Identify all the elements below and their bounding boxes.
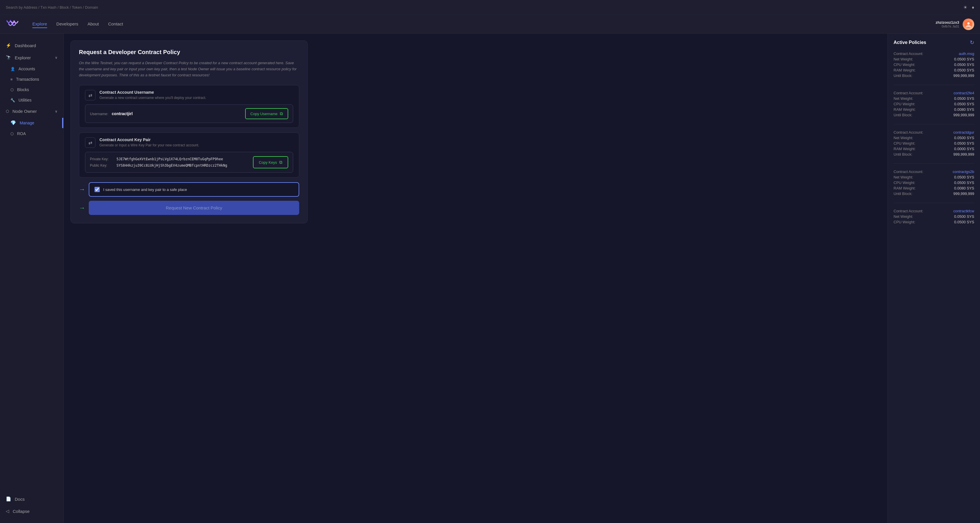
sidebar-label-blocks: Blocks (17, 88, 29, 92)
private-key-value: 5JE7WtfghGeXVtEwnb1jPsLVg1X74LQrbznCEM8T… (116, 157, 223, 161)
sidebar-item-blocks[interactable]: ⬡ Blocks (5, 85, 63, 95)
active-indicator (62, 118, 63, 128)
nav-link-developers[interactable]: Developers (56, 20, 78, 28)
logo[interactable] (6, 19, 21, 30)
checkbox-row[interactable]: I saved this username and key pair to a … (89, 182, 299, 197)
saved-checkbox[interactable] (94, 187, 100, 192)
nav-link-explore[interactable]: Explore (32, 20, 47, 28)
public-key-label: Public Key: (90, 163, 113, 167)
policy-2-account-label: Contract Account: (894, 91, 923, 95)
policy-1-cpu-row: CPU Weight: 0.0500 SYS (894, 62, 974, 67)
refresh-button[interactable]: ↻ (970, 39, 974, 46)
transactions-icon: ≡ (10, 77, 13, 81)
public-key-value: SYS844kzju39Cc8iUkjHjSh3bgEV4zumeQMBfcpn… (116, 163, 227, 167)
policy-item-5: Contract Account: contractkfcw Net Weigh… (894, 209, 974, 231)
main-nav: Explore Developers About Contact zhzizoo… (0, 15, 980, 33)
username-section-header: ⇄ Contract Account Username Generate a n… (85, 90, 293, 100)
policy-1-account-row: Contract Account: auth.msg (894, 51, 974, 56)
username-section: ⇄ Contract Account Username Generate a n… (79, 85, 299, 128)
private-key-row: Private Key: 5JE7WtfghGeXVtEwnb1jPsLVg1X… (90, 157, 250, 161)
private-key-label: Private Key: (90, 157, 113, 161)
sidebar-label-utilities: Utilities (19, 98, 32, 102)
shuffle-icon: ⇄ (89, 92, 92, 98)
sidebar-item-roa[interactable]: ⬡ ROA (5, 128, 63, 139)
app-layout: ⚡ Dashboard 🔭 Explorer ∨ 👤 Accounts ≡ Tr… (0, 33, 980, 523)
contract-policy-card: Request a Developer Contract Policy On t… (70, 40, 308, 223)
policy-item-2: Contract Account: contract2fe4 Net Weigh… (894, 91, 974, 124)
explorer-icon: 🔭 (6, 55, 11, 60)
card-description: On the Wire Testnet, you can request a D… (79, 60, 299, 78)
keypair-section-icon: ⇄ (85, 137, 95, 148)
manage-icon: 💎 (10, 120, 16, 126)
policy-2-block-row: Until Block: 999,999,999 (894, 113, 974, 117)
policy-4-account-value[interactable]: contractgs2b (953, 169, 974, 174)
username-section-title: Contract Account Username (99, 90, 206, 95)
dashboard-icon: ⚡ (6, 43, 11, 48)
policy-3-account-value[interactable]: contractdgur (953, 130, 974, 134)
username-value: contractjirl (112, 112, 242, 116)
accounts-icon: 👤 (10, 67, 15, 71)
sun-icon[interactable]: ☀ (963, 5, 967, 10)
sidebar-label-docs: Docs (15, 497, 25, 502)
user-name: zhzizooz1zx3 (935, 20, 959, 25)
copy-keys-icon: ⧉ (279, 159, 282, 165)
nav-links: Explore Developers About Contact (32, 20, 935, 28)
nav-link-contact[interactable]: Contact (108, 20, 123, 28)
collapse-icon: ◁ (6, 509, 9, 514)
copy-username-label: Copy Username (250, 112, 277, 116)
policy-2-cpu-row: CPU Weight: 0.0500 SYS (894, 102, 974, 106)
policy-1-cpu-label: CPU Weight: (894, 62, 915, 67)
sidebar-item-dashboard[interactable]: ⚡ Dashboard (0, 39, 63, 51)
username-section-info: Contract Account Username Generate a new… (99, 90, 206, 100)
top-nav: ☀ ♦ (0, 0, 980, 15)
search-input[interactable] (6, 5, 958, 10)
policy-1-net-label: Net Weight: (894, 57, 913, 61)
sidebar-label-collapse: Collapse (13, 509, 30, 514)
request-policy-button[interactable]: Request New Contract Policy (89, 201, 299, 215)
sidebar-label-explorer: Explorer (15, 55, 31, 60)
card-title: Request a Developer Contract Policy (79, 49, 299, 56)
sidebar-item-docs[interactable]: 📄 Docs (0, 493, 63, 505)
policy-5-account-value[interactable]: contractkfcw (953, 209, 974, 213)
user-info: zhzizooz1zx3 0xfb7e..fa31 (935, 19, 974, 30)
main-content: Request a Developer Contract Policy On t… (64, 33, 980, 523)
keypair-section-header: ⇄ Contract Account Key Pair Generate or … (85, 137, 293, 148)
active-policies-title: Active Policies (894, 40, 926, 45)
policy-item-1: Contract Account: auth.msg Net Weight: 0… (894, 51, 974, 85)
right-panel-header: Active Policies ↻ (894, 39, 974, 46)
sidebar-item-transactions[interactable]: ≡ Transactions (5, 74, 63, 85)
policy-2-net-row: Net Weight: 0.0500 SYS (894, 96, 974, 100)
sidebar-label-dashboard: Dashboard (15, 43, 36, 48)
public-key-row: Public Key: SYS844kzju39Cc8iUkjHjSh3bgEV… (90, 163, 250, 167)
copy-username-button[interactable]: Copy Username ⧉ (245, 108, 288, 119)
copy-keys-label: Copy Keys (259, 160, 277, 164)
right-panel: Active Policies ↻ Contract Account: auth… (888, 33, 980, 523)
policy-1-net-row: Net Weight: 0.0500 SYS (894, 57, 974, 61)
node-owner-icon: ⬡ (6, 109, 9, 113)
policy-2-account-value[interactable]: contract2fe4 (953, 91, 974, 95)
sidebar-section-node-owner[interactable]: ⬡ Node Owner ∨ (0, 105, 63, 117)
roa-icon: ⬡ (10, 132, 14, 136)
blocks-icon: ⬡ (10, 88, 14, 92)
policy-1-block-row: Until Block: 999,999,999 (894, 73, 974, 78)
keypair-section-title: Contract Account Key Pair (99, 137, 199, 142)
diamond-icon[interactable]: ♦ (972, 5, 974, 10)
avatar[interactable] (963, 19, 974, 30)
sidebar-item-accounts[interactable]: 👤 Accounts (5, 64, 63, 74)
sidebar-label-roa: ROA (17, 131, 26, 136)
sidebar: ⚡ Dashboard 🔭 Explorer ∨ 👤 Accounts ≡ Tr… (0, 33, 64, 523)
sidebar-item-collapse[interactable]: ◁ Collapse (0, 505, 63, 517)
username-section-subtitle: Generate a new contract username where y… (99, 96, 206, 100)
sidebar-label-node-owner: Node Owner (13, 109, 37, 114)
policy-item-3: Contract Account: contractdgur Net Weigh… (894, 130, 974, 164)
sidebar-item-utilities[interactable]: 🔧 Utilities (5, 95, 63, 105)
sidebar-item-explorer[interactable]: 🔭 Explorer ∨ (0, 51, 63, 64)
copy-keys-button[interactable]: Copy Keys ⧉ (253, 156, 288, 168)
sidebar-item-manage[interactable]: 💎 Manage (5, 117, 63, 128)
policy-3-account-row: Contract Account: contractdgur (894, 130, 974, 134)
chevron-down-icon-2: ∨ (55, 109, 57, 113)
svg-point-1 (967, 22, 970, 25)
nav-link-about[interactable]: About (88, 20, 99, 28)
policy-1-ram-row: RAM Weight: 0.0500 SYS (894, 68, 974, 72)
policy-1-account-value[interactable]: auth.msg (959, 51, 974, 56)
